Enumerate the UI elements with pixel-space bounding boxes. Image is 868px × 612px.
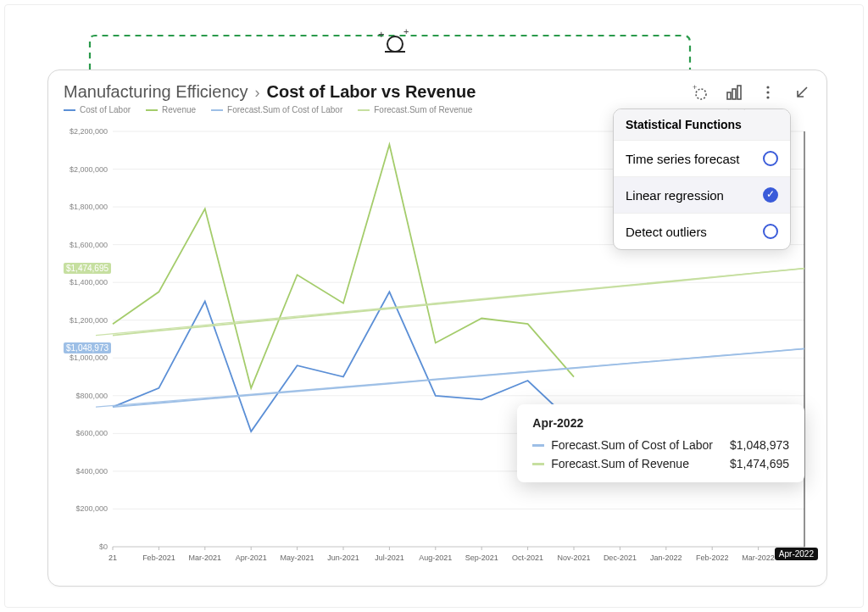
svg-text:+: +	[378, 28, 385, 41]
svg-point-9	[766, 96, 769, 98]
svg-text:Feb-2022: Feb-2022	[696, 554, 729, 562]
breadcrumb: Manufacturing Efficiency › Cost of Labor…	[64, 82, 476, 102]
svg-text:+: +	[693, 84, 697, 92]
svg-text:$2,000,000: $2,000,000	[70, 165, 108, 174]
x-axis-end-highlight: Apr-2022	[775, 548, 818, 560]
bell-icon: + +	[378, 28, 412, 58]
svg-text:$1,400,000: $1,400,000	[70, 278, 108, 287]
svg-text:May-2021: May-2021	[281, 554, 314, 562]
chart-card: Manufacturing Efficiency › Cost of Labor…	[47, 70, 827, 587]
card-toolbar: +	[691, 83, 811, 102]
svg-point-2	[696, 89, 706, 99]
breadcrumb-root[interactable]: Manufacturing Efficiency	[64, 82, 248, 102]
tooltip-title: Apr-2022	[532, 416, 789, 430]
svg-text:Oct-2021: Oct-2021	[512, 554, 543, 562]
stat-functions-popover: Statistical Functions Time series foreca…	[613, 108, 791, 250]
svg-text:21: 21	[108, 554, 117, 562]
legend-item[interactable]: Revenue	[146, 105, 196, 114]
legend-item[interactable]: Forecast.Sum of Cost of Labor	[211, 105, 342, 114]
forecast-value-cost: $1,048,973	[64, 342, 111, 353]
svg-text:$1,800,000: $1,800,000	[70, 203, 108, 211]
svg-text:Mar-2021: Mar-2021	[189, 554, 222, 562]
svg-text:Apr-2021: Apr-2021	[236, 554, 267, 562]
svg-text:Aug-2021: Aug-2021	[419, 554, 452, 562]
svg-text:$1,600,000: $1,600,000	[70, 241, 108, 249]
svg-rect-6	[737, 86, 741, 99]
legend-item[interactable]: Cost of Labor	[64, 105, 131, 114]
svg-point-8	[766, 91, 769, 93]
stat-option-forecast[interactable]: Time series forecast	[614, 140, 790, 176]
stat-option-outliers[interactable]: Detect outliers	[614, 213, 790, 249]
svg-text:Mar-2022: Mar-2022	[742, 554, 775, 562]
svg-text:$200,000: $200,000	[75, 504, 108, 513]
svg-text:Nov-2021: Nov-2021	[557, 554, 590, 562]
svg-rect-5	[732, 89, 736, 99]
svg-text:$1,000,000: $1,000,000	[70, 353, 108, 362]
svg-text:Feb-2021: Feb-2021	[142, 554, 175, 562]
breadcrumb-leaf: Cost of Labor vs Revenue	[267, 82, 476, 102]
svg-text:Dec-2021: Dec-2021	[604, 554, 637, 562]
hover-tooltip: Apr-2022 Forecast.Sum of Cost of Labor $…	[517, 404, 804, 482]
collapse-icon[interactable]	[793, 83, 811, 102]
svg-rect-4	[727, 92, 731, 99]
connector-dashed	[90, 36, 692, 70]
breadcrumb-sep: ›	[255, 84, 260, 102]
svg-text:$400,000: $400,000	[75, 467, 108, 476]
svg-text:Jun-2021: Jun-2021	[327, 554, 359, 562]
stat-popover-title: Statistical Functions	[614, 109, 790, 140]
svg-text:$0: $0	[99, 542, 108, 551]
svg-text:$800,000: $800,000	[75, 392, 108, 400]
svg-text:$2,200,000: $2,200,000	[70, 127, 108, 136]
svg-text:$600,000: $600,000	[75, 429, 108, 437]
svg-text:Sep-2021: Sep-2021	[465, 554, 498, 562]
svg-point-7	[766, 86, 769, 88]
bar-chart-icon[interactable]	[725, 83, 743, 102]
stat-option-linear-regression[interactable]: Linear regression	[614, 176, 790, 213]
forecast-icon[interactable]: +	[691, 83, 709, 102]
svg-line-68	[96, 269, 804, 336]
forecast-value-revenue: $1,474,695	[64, 263, 111, 274]
svg-text:+: +	[403, 28, 409, 36]
more-icon[interactable]	[759, 83, 777, 102]
svg-line-67	[96, 348, 804, 407]
svg-text:$1,200,000: $1,200,000	[70, 316, 108, 325]
svg-text:Jul-2021: Jul-2021	[375, 554, 404, 562]
legend-item[interactable]: Forecast.Sum of Revenue	[358, 105, 472, 114]
svg-text:Jan-2022: Jan-2022	[650, 554, 682, 562]
